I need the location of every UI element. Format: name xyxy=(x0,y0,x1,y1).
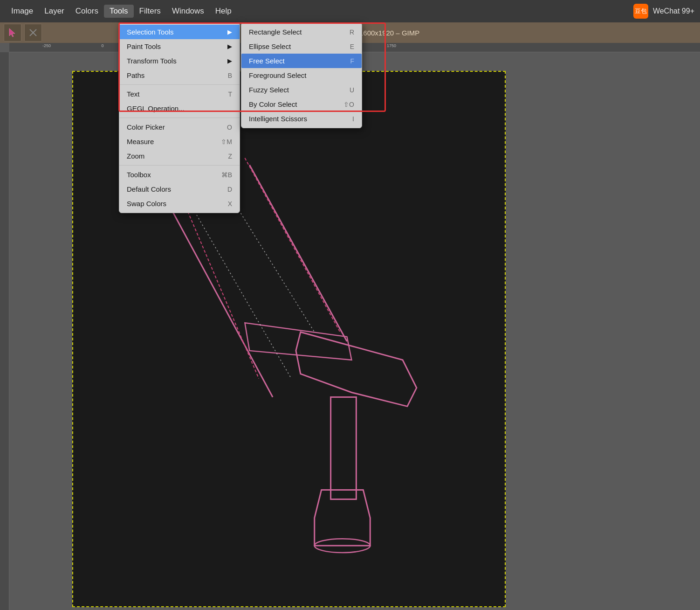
menu-item-fg-select-label: Foreground Select xyxy=(249,71,306,79)
menu-item-measure[interactable]: Measure ⇧M xyxy=(119,134,240,149)
menu-item-by-color-shortcut: ⇧O xyxy=(343,101,354,108)
menu-item-selection-tools-label: Selection Tools xyxy=(127,28,174,36)
svg-marker-9 xyxy=(315,490,370,546)
menu-item-intelligent-scissors[interactable]: Intelligent Scissors I xyxy=(241,111,362,126)
menu-item-by-color-label: By Color Select xyxy=(249,100,297,108)
menu-item-intelligent-scissors-label: Intelligent Scissors xyxy=(249,115,307,123)
ruler-label-1750: 1750 xyxy=(387,43,396,48)
menu-windows[interactable]: Windows xyxy=(166,5,210,18)
toolbox-icons xyxy=(4,24,42,42)
menu-item-text-shortcut: T xyxy=(228,90,232,98)
menu-item-toolbox-shortcut: ⌘B xyxy=(221,171,232,179)
menu-item-fg-select[interactable]: Foreground Select xyxy=(241,68,362,83)
submenu-arrow-transform: ▶ xyxy=(227,57,232,64)
tool-icon-x xyxy=(24,24,42,42)
ruler-label-0: 0 xyxy=(101,43,103,48)
menu-image[interactable]: Image xyxy=(6,5,39,18)
menu-item-default-colors-shortcut: D xyxy=(227,186,232,193)
menu-item-selection-tools[interactable]: Selection Tools ▶ xyxy=(119,25,240,39)
menu-item-swap-colors-label: Swap Colors xyxy=(127,200,166,208)
menu-item-free-select[interactable]: Free Select F xyxy=(241,54,362,68)
menu-item-paint-tools-label: Paint Tools xyxy=(127,42,161,50)
separator-2 xyxy=(119,118,240,118)
menu-item-rect-select-label: Rectangle Select xyxy=(249,28,302,36)
menu-item-fuzzy-select[interactable]: Fuzzy Select U xyxy=(241,83,362,97)
submenu-arrow-selection: ▶ xyxy=(227,28,232,35)
tool-icon-cursor xyxy=(4,24,21,42)
menu-item-toolbox[interactable]: Toolbox ⌘B xyxy=(119,167,240,182)
menu-item-fuzzy-select-label: Fuzzy Select xyxy=(249,86,289,94)
menu-item-rect-select[interactable]: Rectangle Select R xyxy=(241,25,362,39)
menu-item-gegl-label: GEGL Operation... xyxy=(127,104,185,112)
menu-item-color-picker-label: Color Picker xyxy=(127,123,165,131)
menu-item-gegl[interactable]: GEGL Operation... xyxy=(119,101,240,116)
menu-tools[interactable]: Tools xyxy=(104,5,134,18)
menu-item-free-select-shortcut: F xyxy=(350,57,354,65)
menu-filters[interactable]: Filters xyxy=(134,5,166,18)
menubar: Image Layer Colors Tools Filters Windows… xyxy=(0,0,700,22)
svg-marker-0 xyxy=(9,28,15,37)
menu-item-swap-colors[interactable]: Swap Colors X xyxy=(119,196,240,211)
svg-line-13 xyxy=(231,197,315,332)
menu-item-paths-shortcut: B xyxy=(228,72,232,79)
menu-item-intelligent-scissors-shortcut: I xyxy=(352,115,354,123)
menu-item-default-colors-label: Default Colors xyxy=(127,185,171,193)
svg-line-12 xyxy=(189,202,291,378)
menu-item-measure-shortcut: ⇧M xyxy=(221,138,232,146)
menu-item-rect-select-shortcut: R xyxy=(350,28,354,36)
menu-item-color-picker-shortcut: O xyxy=(227,124,232,131)
menu-item-ellipse-select-shortcut: E xyxy=(350,43,354,50)
menu-item-color-picker[interactable]: Color Picker O xyxy=(119,120,240,134)
menu-item-transform-tools-label: Transform Tools xyxy=(127,57,177,65)
system-tray: 豆包 WeChat 99+ xyxy=(633,4,694,19)
menu-item-text-label: Text xyxy=(127,90,140,98)
menu-item-zoom-shortcut: Z xyxy=(228,152,232,160)
menu-item-text[interactable]: Text T xyxy=(119,87,240,101)
menu-item-measure-label: Measure xyxy=(127,138,154,146)
tools-dropdown: Selection Tools ▶ Paint Tools ▶ Transfor… xyxy=(119,22,362,213)
menu-item-swap-colors-shortcut: X xyxy=(228,200,232,208)
menu-item-paths-label: Paths xyxy=(127,71,144,79)
wechat-status: WeChat 99+ xyxy=(653,7,694,15)
menu-item-paths[interactable]: Paths B xyxy=(119,68,240,83)
svg-rect-8 xyxy=(331,397,357,499)
menu-item-transform-tools[interactable]: Transform Tools ▶ xyxy=(119,54,240,68)
menu-item-free-select-label: Free Select xyxy=(249,57,285,65)
ruler-vertical xyxy=(0,52,9,610)
menu-item-zoom-label: Zoom xyxy=(127,152,144,160)
menu-colors[interactable]: Colors xyxy=(70,5,104,18)
menu-layer[interactable]: Layer xyxy=(39,5,70,18)
menu-help[interactable]: Help xyxy=(210,5,237,18)
selection-submenu-panel: Rectangle Select R Ellipse Select E Free… xyxy=(241,22,362,128)
menu-item-ellipse-select-label: Ellipse Select xyxy=(249,42,291,50)
separator-1 xyxy=(119,84,240,85)
menu-item-ellipse-select[interactable]: Ellipse Select E xyxy=(241,39,362,54)
ruler-label-neg250: -250 xyxy=(42,43,51,48)
menu-item-toolbox-label: Toolbox xyxy=(127,171,151,179)
menu-item-by-color[interactable]: By Color Select ⇧O xyxy=(241,97,362,111)
menu-item-default-colors[interactable]: Default Colors D xyxy=(119,182,240,196)
icon-douban: 豆包 xyxy=(633,4,648,19)
menu-item-zoom[interactable]: Zoom Z xyxy=(119,149,240,163)
menu-item-paint-tools[interactable]: Paint Tools ▶ xyxy=(119,39,240,54)
svg-marker-7 xyxy=(296,332,417,406)
tools-menu-panel: Selection Tools ▶ Paint Tools ▶ Transfor… xyxy=(119,22,240,213)
menu-item-fuzzy-select-shortcut: U xyxy=(350,86,354,94)
separator-3 xyxy=(119,165,240,166)
submenu-arrow-paint: ▶ xyxy=(227,43,232,50)
